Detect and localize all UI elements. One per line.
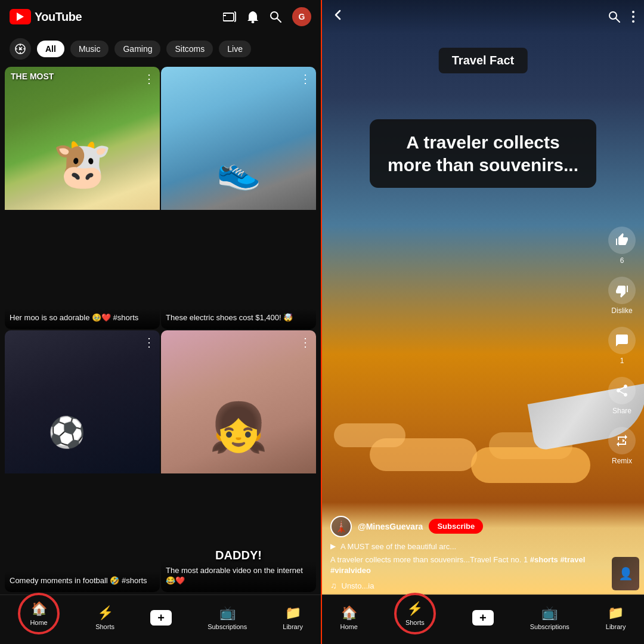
video-caption: A traveler collects more than souvenirs.… <box>330 555 594 576</box>
nav-shorts-left[interactable]: ⚡ Shorts <box>95 605 114 630</box>
channel-name[interactable]: @MinesGuevara <box>358 522 423 531</box>
music-row: ♫ Unsto...ia <box>330 581 594 590</box>
cast-button[interactable] <box>223 11 236 22</box>
library-label-left: Library <box>283 623 303 630</box>
daddy-text-overlay: DADDY! <box>215 549 262 562</box>
right-nav-subscriptions[interactable]: 📺 Subscriptions <box>530 605 569 630</box>
right-nav-add[interactable]: + <box>472 610 494 626</box>
shoes-overlay: These electric shoes cost $1,400! 🤯 <box>161 308 316 329</box>
share-label: Share <box>612 407 631 415</box>
category-sitcoms[interactable]: Sitcoms <box>166 41 213 57</box>
short-search-button[interactable] <box>608 11 620 23</box>
right-subscriptions-label: Subscriptions <box>530 623 569 630</box>
video-description: A MUST see of the beautiful arc... <box>340 542 456 551</box>
daddy-overlay: The most adorable video on the internet … <box>161 561 316 592</box>
hashtag-travel: #travel <box>560 555 585 564</box>
header-icons: G <box>223 7 311 26</box>
quote-box: A traveler collects more than souvenirs.… <box>370 119 596 188</box>
right-nav-library[interactable]: 📁 Library <box>606 605 626 630</box>
short-bottom-content: 🗼 @MinesGuevara Subscribe ▶ A MUST see o… <box>322 516 602 590</box>
nav-library-left[interactable]: 📁 Library <box>283 605 303 630</box>
svg-point-9 <box>632 11 634 13</box>
quote-text: A traveler collects more than souvenirs.… <box>388 132 578 175</box>
youtube-logo[interactable]: YouTube <box>10 9 82 24</box>
user-avatar[interactable]: G <box>292 7 311 26</box>
right-library-icon: 📁 <box>608 605 624 621</box>
svg-point-2 <box>252 21 255 23</box>
nav-add[interactable]: + <box>150 610 172 626</box>
home-icon: 🏠 <box>31 601 47 617</box>
shoes-thumbnail <box>161 67 316 210</box>
video-card-football[interactable]: ⋮ Comedy moments in football 🤣 #shorts <box>5 330 160 593</box>
like-button[interactable]: 6 <box>608 227 636 265</box>
category-gaming[interactable]: Gaming <box>114 41 160 57</box>
category-music[interactable]: Music <box>70 41 109 57</box>
comment-icon <box>608 327 636 354</box>
add-button[interactable]: + <box>150 610 172 626</box>
video-card-cow[interactable]: THE MOST ⋮ Her moo is so adorable 🥹❤️ #s… <box>5 67 160 329</box>
right-nav-shorts[interactable]: ⚡ Shorts <box>405 601 425 626</box>
shoes-menu[interactable]: ⋮ <box>299 72 311 86</box>
play-icon: ▶ <box>330 542 336 550</box>
explore-button[interactable] <box>10 38 31 60</box>
football-overlay: Comedy moments in football 🤣 #shorts <box>5 571 160 592</box>
category-all[interactable]: All <box>37 41 64 57</box>
subscribe-button[interactable]: Subscribe <box>429 519 483 534</box>
short-more-button[interactable] <box>632 11 634 23</box>
dislike-label: Dislike <box>611 306 632 315</box>
category-live[interactable]: Live <box>219 41 251 57</box>
shorts-icon-left: ⚡ <box>97 605 113 621</box>
svg-point-6 <box>19 48 21 50</box>
svg-line-4 <box>277 18 281 22</box>
left-panel: YouTube <box>0 0 322 644</box>
short-header <box>322 0 644 33</box>
channel-avatar: 🗼 <box>330 516 352 537</box>
cow-menu[interactable]: ⋮ <box>143 72 155 86</box>
search-button[interactable] <box>270 11 281 23</box>
right-add-button[interactable]: + <box>472 610 494 626</box>
nav-subscriptions-left[interactable]: 📺 Subscriptions <box>208 605 247 630</box>
daddy-title: The most adorable video on the internet … <box>166 566 311 586</box>
hashtag-viral: #viralvideo <box>330 566 371 575</box>
youtube-logo-text: YouTube <box>35 10 82 24</box>
action-buttons: 6 Dislike 1 Share <box>608 227 636 465</box>
notifications-button[interactable] <box>247 10 259 23</box>
right-home-label: Home <box>340 623 357 630</box>
subscriptions-icon-left: 📺 <box>219 605 236 621</box>
back-button[interactable] <box>332 8 345 25</box>
hashtag-shorts: #shorts <box>530 555 558 564</box>
share-button[interactable]: Share <box>608 377 636 415</box>
cloud-2 <box>370 438 477 471</box>
right-bottom-nav: 🏠 Home ⚡ Shorts + 📺 Subscriptions 📁 Libr… <box>322 595 644 644</box>
video-card-daddy[interactable]: DADDY! ⋮ The most adorable video on the … <box>161 330 316 593</box>
daddy-menu[interactable]: ⋮ <box>299 335 311 349</box>
cow-thumbnail <box>5 67 160 210</box>
comment-button[interactable]: 1 <box>608 327 636 365</box>
remix-icon <box>608 427 636 454</box>
subscriptions-label-left: Subscriptions <box>208 623 247 630</box>
video-grid: THE MOST ⋮ Her moo is so adorable 🥹❤️ #s… <box>0 64 321 595</box>
quote-card: A traveler collects more than souvenirs.… <box>370 119 596 188</box>
right-library-label: Library <box>606 623 626 630</box>
left-header: YouTube <box>0 0 321 33</box>
dislike-button[interactable]: Dislike <box>608 277 636 315</box>
travel-fact-card: Travel Fact <box>439 48 528 73</box>
nav-home[interactable]: 🏠 Home <box>30 601 47 626</box>
yt-logo-icon <box>10 9 31 24</box>
music-note-icon: ♫ <box>330 581 337 590</box>
svg-point-10 <box>632 16 634 18</box>
svg-point-3 <box>271 12 278 19</box>
next-video-preview[interactable]: 👤 <box>612 557 639 590</box>
video-card-shoes[interactable]: ⋮ These electric shoes cost $1,400! 🤯 <box>161 67 316 329</box>
video-description-row: ▶ A MUST see of the beautiful arc... <box>330 542 594 551</box>
football-menu[interactable]: ⋮ <box>143 335 155 349</box>
cow-title: Her moo is so adorable 🥹❤️ #shorts <box>10 313 155 323</box>
svg-point-11 <box>632 20 634 23</box>
cloud-5 <box>471 447 590 483</box>
travel-fact-pill: Travel Fact <box>439 48 528 73</box>
channel-row: 🗼 @MinesGuevara Subscribe <box>330 516 594 537</box>
remix-button[interactable]: Remix <box>608 427 636 465</box>
right-nav-home[interactable]: 🏠 Home <box>340 605 357 630</box>
share-icon <box>608 377 636 404</box>
category-bar: All Music Gaming Sitcoms Live <box>0 33 321 64</box>
